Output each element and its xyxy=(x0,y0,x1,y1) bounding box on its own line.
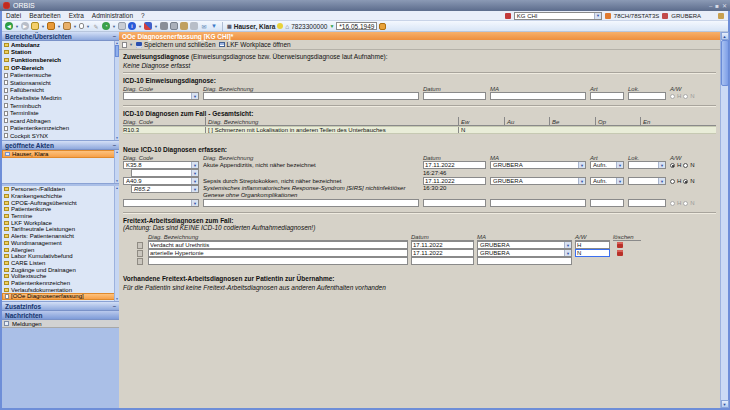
clock-icon[interactable]: ◔ xyxy=(102,22,110,30)
sidebar-item-funktionsbereich[interactable]: Funktionsbereich xyxy=(2,56,119,64)
sidebar-item-termine[interactable]: Termine xyxy=(2,213,119,220)
sidebar-item-wundmanagement[interactable]: Wundmanagement xyxy=(2,240,119,247)
neue-row1-datum-input[interactable] xyxy=(423,161,486,169)
neue-row2-radio-h[interactable] xyxy=(670,179,675,184)
nav-back-icon[interactable]: ◀ xyxy=(5,22,13,30)
sidebar-item-op-bereich[interactable]: OP-Bereich xyxy=(2,64,119,72)
sidebar-section-bereiche[interactable]: Bereiche/Übersichten – xyxy=(2,32,119,41)
einweisung-radio-n[interactable] xyxy=(683,94,688,99)
sidebar-item-volltextsuche[interactable]: Volltextsuche xyxy=(2,273,119,280)
exit-icon[interactable] xyxy=(718,13,724,19)
neue-row3-ma-input[interactable] xyxy=(490,199,586,207)
freitext-row2-bezeichnung-input[interactable] xyxy=(148,249,408,257)
sidebar-item-ecard[interactable]: ecard Abfragen xyxy=(2,117,119,125)
collapse-icon[interactable]: – xyxy=(113,33,116,39)
mail-icon[interactable]: ✉ xyxy=(200,22,208,30)
neue-row2-art-select[interactable]: Aufn.▼ xyxy=(590,177,624,185)
neue-row1-subcode-select[interactable]: ▼ xyxy=(131,169,199,177)
delete-icon[interactable] xyxy=(617,250,623,256)
folder-icon[interactable] xyxy=(31,22,39,30)
einweisung-art-input[interactable] xyxy=(590,92,624,100)
freitext-row3-ma-input[interactable] xyxy=(477,257,572,265)
notes-icon[interactable] xyxy=(379,23,386,30)
neue-row3-datum-input[interactable] xyxy=(423,199,486,207)
freitext-row2-aw-input[interactable] xyxy=(575,249,610,257)
neue-row3-bezeichnung-input[interactable] xyxy=(203,199,419,207)
key-icon[interactable] xyxy=(47,22,55,30)
chevron-down-icon[interactable]: ▼ xyxy=(57,24,61,29)
printer-icon[interactable] xyxy=(118,22,126,30)
patient-icon[interactable] xyxy=(63,22,71,30)
sidebar-item-personen-falldaten[interactable]: Personen-/Falldaten xyxy=(2,186,119,193)
neue-row2-ma-select[interactable]: GRUBERA▼ xyxy=(490,177,586,185)
sidebar-item-terminliste[interactable]: Terminliste xyxy=(2,109,119,117)
freitext-row2-datum-input[interactable] xyxy=(411,249,474,257)
einweisung-code-select[interactable]: ▼ xyxy=(123,92,199,100)
vertical-scrollbar[interactable]: ▲ ▼ xyxy=(720,32,728,408)
save-close-button[interactable]: Speichern und schließen xyxy=(136,41,216,48)
sidebar-section-akten[interactable]: geöffnete Akten – xyxy=(2,141,119,150)
einweisung-ma-input[interactable] xyxy=(490,92,586,100)
sidebar-item-meldungen[interactable]: Meldungen xyxy=(2,320,119,328)
sidebar-item-patientenkennzeichen2[interactable]: Patientenkennzeichen xyxy=(2,280,119,287)
collapse-icon[interactable]: – xyxy=(113,303,116,309)
scroll-up-icon[interactable]: ▲ xyxy=(721,32,729,40)
freitext-row2-selector[interactable] xyxy=(137,250,143,257)
menu-administration[interactable]: Administration xyxy=(88,12,137,19)
chevron-down-icon[interactable]: ▼ xyxy=(138,24,142,29)
sidebar-item-patientensuche[interactable]: Patientensuche xyxy=(2,71,119,79)
sidebar-item-verlaufsdokumentation[interactable]: Verlaufsdokumentation xyxy=(2,286,119,293)
close-icon[interactable]: ✕ xyxy=(722,3,727,9)
arrow-down-green-icon[interactable]: ▼ xyxy=(329,23,334,29)
neue-row3-radio-n[interactable] xyxy=(683,201,688,206)
sidebar-item-station[interactable]: Station xyxy=(2,49,119,57)
neue-row3-radio-h[interactable] xyxy=(670,201,675,206)
neue-row1-art-select[interactable]: Aufn.▼ xyxy=(590,161,624,169)
freitext-row3-selector[interactable] xyxy=(137,258,143,265)
chevron-down-icon[interactable]: ▼ xyxy=(15,24,19,29)
sidebar-item-tarifneutrale[interactable]: Tarifneutrale Leistungen xyxy=(2,226,119,233)
sidebar-item-alerts[interactable]: Alerts: Patientenansicht xyxy=(2,233,119,240)
sidebar-item-care-listen[interactable]: CARE Listen xyxy=(2,260,119,267)
gesamtsicht-row[interactable]: R10.3 [ ] Schmerzen mit Lokalisation in … xyxy=(123,126,716,134)
open-record-hauser[interactable]: Hauser, Klara xyxy=(2,150,119,158)
neue-row2-radio-n[interactable] xyxy=(683,179,688,184)
einweisung-lok-input[interactable] xyxy=(628,92,666,100)
neue-row1-ma-select[interactable]: GRUBERA▼ xyxy=(490,161,586,169)
camera-icon[interactable] xyxy=(160,22,168,30)
neue-row2-lok-select[interactable]: ▼ xyxy=(628,177,666,185)
neue-row1-radio-n[interactable] xyxy=(683,163,688,168)
freitext-row1-datum-input[interactable] xyxy=(411,241,474,249)
menu-help[interactable]: ? xyxy=(137,12,149,19)
freitext-row1-ma-select[interactable]: GRUBERA▼ xyxy=(477,241,572,249)
menu-bearbeiten[interactable]: Bearbeiten xyxy=(25,12,64,19)
delete-icon[interactable] xyxy=(617,242,623,248)
maximize-icon[interactable]: ■ xyxy=(715,3,719,9)
sidebar-item-terminbuch[interactable]: Terminbuch xyxy=(2,102,119,110)
sidebar-item-lkf-workplace[interactable]: LKF Workplace xyxy=(2,219,119,226)
grid-icon[interactable]: ▦ xyxy=(227,23,232,29)
sidebar-item-labor[interactable]: Labor Kumulativbefund xyxy=(2,253,119,260)
neue-row2-subcode-select[interactable]: R65.2▼ xyxy=(131,185,199,193)
neue-row2-code-select[interactable]: A40.9▼ xyxy=(123,177,199,185)
sidebar-item-patientenkurve[interactable]: Patientenkurve xyxy=(2,206,119,213)
minimize-icon[interactable]: – xyxy=(709,3,712,9)
freitext-row3-bezeichnung-input[interactable] xyxy=(148,257,408,265)
sidebar-item-cpoe[interactable]: CPOE-Auftragsübersicht xyxy=(2,199,119,206)
neue-row3-art-input[interactable] xyxy=(590,199,624,207)
monitor-icon[interactable] xyxy=(170,22,178,30)
einweisung-radio-h[interactable] xyxy=(670,94,675,99)
freitext-row3-datum-input[interactable] xyxy=(411,257,474,265)
sidebar-item-fallübersicht[interactable]: Fallübersicht xyxy=(2,87,119,95)
einweisung-bezeichnung-input[interactable] xyxy=(203,92,419,100)
sidebar-item-ambulanz[interactable]: Ambulanz xyxy=(2,41,119,49)
neue-row1-radio-h[interactable] xyxy=(670,163,675,168)
neue-row3-lok-input[interactable] xyxy=(628,199,666,207)
sidebar-item-arbeitsliste[interactable]: Arbeitsliste Medizin xyxy=(2,94,119,102)
sidebar-item-diagnosenerfassung[interactable]: [OOe Diagnosenerfassung] xyxy=(2,293,119,300)
info-icon[interactable]: i xyxy=(128,22,136,30)
neue-row1-code-select[interactable]: K35.8▼ xyxy=(123,161,199,169)
scrollbar-thumb[interactable] xyxy=(721,40,729,86)
chevron-down-icon[interactable]: ▼ xyxy=(154,24,158,29)
sidebar-section-nachrichten[interactable]: Nachrichten xyxy=(2,311,119,320)
